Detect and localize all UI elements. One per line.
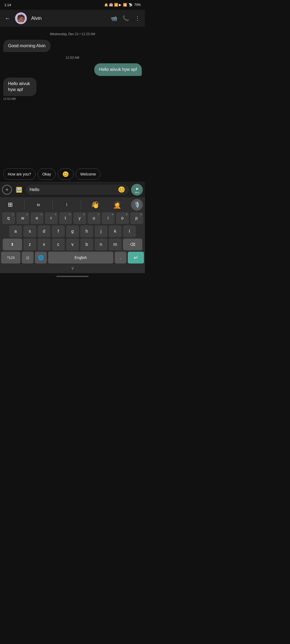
avatar: 🧑🏾 <box>15 12 27 24</box>
chat-area: Wednesday, Dec 21 • 11:23 AM Good mornin… <box>0 27 145 166</box>
message-received-2: Hello aiivuk hyw apf <box>3 78 37 96</box>
space-key[interactable]: English <box>48 252 113 264</box>
enter-icon: ↵ <box>134 254 138 261</box>
message-input[interactable] <box>30 187 116 192</box>
quick-reply-emoji[interactable]: 😊 <box>58 169 74 180</box>
time-stamp-1: 11:53 AM <box>3 56 142 60</box>
keyboard-row-1: 1q 2w 3e 4r 5t 6y 7u 8i 9o 0p <box>1 212 144 224</box>
mic-icon: 🎙️ <box>134 202 140 208</box>
quick-replies: How are you? Okay 😊 Welcome <box>0 166 145 182</box>
keyboard-grid-button[interactable]: ⊞ <box>2 199 18 210</box>
phone-call-button[interactable]: 📞 <box>120 13 131 24</box>
key-g[interactable]: g <box>66 225 79 237</box>
period-key[interactable]: . <box>115 252 126 264</box>
suggestion-to[interactable]: to <box>30 199 46 210</box>
suggestion-emoji-facepalm[interactable]: 🤦 <box>109 199 125 210</box>
key-h[interactable]: h <box>80 225 93 237</box>
divider-1 <box>24 200 24 210</box>
key-y[interactable]: 6y <box>73 212 86 224</box>
battery-icon: 70% <box>134 3 141 7</box>
key-j[interactable]: j <box>95 225 107 237</box>
add-icon: + <box>5 186 9 193</box>
status-icons: 🔔 📅 📶 ▶ 📶 📡 70% <box>104 3 141 7</box>
numbers-symbols-button[interactable]: ?123 <box>1 252 20 264</box>
wifi-icon: 📶 <box>123 3 127 7</box>
emoji-keyboard-button[interactable]: ☺ <box>22 252 34 264</box>
phone-icon: 📞 <box>122 15 129 21</box>
key-z[interactable]: z <box>23 239 36 250</box>
app-bar: ← 🧑🏾 Alvin 📹 📞 ⋮ <box>0 10 145 27</box>
backspace-icon: ⌫ <box>130 242 135 247</box>
key-c[interactable]: c <box>52 239 65 250</box>
keyboard-row-2: a s d f g h j k l <box>1 225 144 237</box>
key-d[interactable]: d <box>38 225 50 237</box>
key-x[interactable]: x <box>38 239 50 250</box>
back-icon: ← <box>5 15 10 21</box>
key-f[interactable]: f <box>52 225 65 237</box>
key-l[interactable]: l <box>123 225 136 237</box>
key-i[interactable]: 8i <box>102 212 115 224</box>
key-o[interactable]: 9o <box>116 212 129 224</box>
send-button[interactable]: ➤ SMS <box>131 184 143 196</box>
chevron-down-icon: ∨ <box>71 265 74 271</box>
key-q[interactable]: 1q <box>2 212 15 224</box>
suggestion-l[interactable]: l <box>59 199 75 210</box>
notification-icons: 🔔 📅 📶 ▶ <box>104 3 121 7</box>
keyboard-collapse-button[interactable]: ∨ <box>1 264 144 272</box>
message-time-2: 11:53 AM <box>3 97 51 100</box>
key-m[interactable]: m <box>109 239 122 250</box>
media-icon: 🖼️ <box>16 186 22 193</box>
add-attachment-button[interactable]: + <box>2 185 12 195</box>
keyboard-row-3: ⬆ z x c v b n m ⌫ <box>1 239 144 250</box>
video-icon: 📹 <box>111 15 117 21</box>
contact-name[interactable]: Alvin <box>29 16 106 21</box>
app-bar-actions: 📹 📞 ⋮ <box>108 13 143 24</box>
divider-2 <box>52 200 53 210</box>
quick-reply-welcome[interactable]: Welcome <box>76 169 100 180</box>
backspace-key[interactable]: ⌫ <box>123 239 142 250</box>
more-icon: ⋮ <box>135 15 140 21</box>
shift-key[interactable]: ⬆ <box>3 239 22 250</box>
signal-icon: 📡 <box>129 3 133 7</box>
media-picker-button[interactable]: 🖼️ <box>14 185 24 195</box>
home-bar <box>0 273 145 280</box>
voice-input-button[interactable]: 🎙️ <box>131 199 143 211</box>
emoji-picker-button[interactable]: 😊 <box>118 186 125 193</box>
back-button[interactable]: ← <box>2 13 13 24</box>
key-e[interactable]: 3e <box>31 212 44 224</box>
status-time: 1:14 <box>4 3 11 7</box>
suggestion-emoji-wave[interactable]: 👋 <box>87 199 103 210</box>
more-options-button[interactable]: ⋮ <box>132 13 143 24</box>
message-text-2: Hello aiivuk hyw apf <box>8 81 30 92</box>
key-v[interactable]: v <box>66 239 79 250</box>
key-a[interactable]: a <box>9 225 22 237</box>
key-k[interactable]: k <box>109 225 122 237</box>
status-bar: 1:14 🔔 📅 📶 ▶ 📶 📡 70% <box>0 0 145 10</box>
home-indicator <box>56 276 89 277</box>
shift-icon: ⬆ <box>11 242 14 247</box>
key-u[interactable]: 7u <box>88 212 100 224</box>
emoji-face-icon: ☺ <box>25 255 30 261</box>
grid-icon: ⊞ <box>8 201 13 208</box>
key-w[interactable]: 2w <box>16 212 29 224</box>
keyboard-bottom-row: ?123 ☺ 🌐 English . ↵ <box>1 252 144 264</box>
message-text-sent: Hello aiivuk hyw apf <box>99 67 137 72</box>
quick-reply-okay[interactable]: Okay <box>38 169 56 180</box>
message-received-1: Good morning Alvin <box>3 40 50 52</box>
key-t[interactable]: 5t <box>59 212 72 224</box>
divider-3 <box>81 200 81 210</box>
key-p[interactable]: 0p <box>130 212 143 224</box>
message-text-1: Good morning Alvin <box>8 43 46 48</box>
keyboard: ⊞ to l 👋 🤦 🎙️ 1q 2w 3e 4r 5t 6y 7u 8i 9o… <box>0 197 145 273</box>
language-switch-button[interactable]: 🌐 <box>35 252 47 264</box>
video-call-button[interactable]: 📹 <box>108 13 119 24</box>
quick-reply-how-are-you[interactable]: How are you? <box>3 169 35 180</box>
date-stamp: Wednesday, Dec 21 • 11:23 AM <box>3 32 142 36</box>
enter-key[interactable]: ↵ <box>128 252 144 264</box>
key-b[interactable]: b <box>80 239 93 250</box>
key-n[interactable]: n <box>95 239 107 250</box>
send-sms-label: SMS <box>135 192 139 193</box>
send-icon: ➤ <box>135 186 139 191</box>
key-r[interactable]: 4r <box>45 212 58 224</box>
key-s[interactable]: s <box>23 225 36 237</box>
